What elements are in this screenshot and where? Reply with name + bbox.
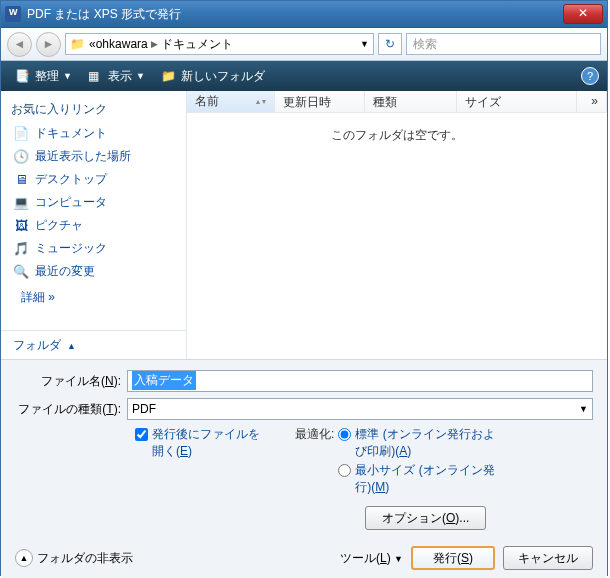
sidebar-item-computer[interactable]: 💻コンピュータ: [1, 191, 186, 214]
new-folder-icon: 📁: [161, 69, 177, 83]
breadcrumb-chevron: «: [89, 37, 96, 51]
filename-label: ファイル名(N):: [15, 373, 127, 390]
view-icon: ▦: [88, 69, 104, 83]
column-more[interactable]: »: [577, 91, 607, 112]
help-button[interactable]: ?: [581, 67, 599, 85]
sidebar-item-documents[interactable]: 📄ドキュメント: [1, 122, 186, 145]
breadcrumb-part[interactable]: ohkawara: [96, 37, 148, 51]
back-button[interactable]: ◄: [7, 32, 32, 57]
filename-input[interactable]: 入稿データ: [127, 370, 593, 392]
desktop-icon: 🖥: [13, 172, 29, 188]
organize-icon: 📑: [15, 69, 31, 83]
titlebar: PDF または XPS 形式で発行 ✕: [1, 1, 607, 28]
column-name[interactable]: 名前▴ ▾: [187, 91, 275, 112]
sidebar-item-recent-places[interactable]: 🕓最近表示した場所: [1, 145, 186, 168]
forward-button[interactable]: ►: [36, 32, 61, 57]
window-title: PDF または XPS 形式で発行: [27, 6, 563, 23]
chevron-down-icon: ▼: [136, 71, 145, 81]
cancel-button[interactable]: キャンセル: [503, 546, 593, 570]
refresh-button[interactable]: ↻: [378, 33, 402, 55]
music-icon: 🎵: [13, 241, 29, 257]
filetype-select[interactable]: PDF ▼: [127, 398, 593, 420]
optimize-label: 最適化:: [295, 426, 334, 498]
app-icon: [5, 6, 21, 22]
tools-dropdown[interactable]: ツール(L) ▼: [340, 550, 403, 567]
search-placeholder: 検索: [413, 36, 437, 53]
sidebar-item-pictures[interactable]: 🖼ピクチャ: [1, 214, 186, 237]
column-size[interactable]: サイズ: [457, 91, 577, 112]
filetype-label: ファイルの種類(T):: [15, 401, 127, 418]
sidebar-folder-toggle[interactable]: フォルダ▲: [1, 330, 186, 360]
sidebar-title: お気に入りリンク: [1, 97, 186, 122]
folder-icon: 📁: [70, 37, 85, 51]
column-type[interactable]: 種類: [365, 91, 457, 112]
document-icon: 📄: [13, 126, 29, 142]
search-icon: 🔍: [13, 264, 29, 280]
sidebar-item-desktop[interactable]: 🖥デスクトップ: [1, 168, 186, 191]
column-date[interactable]: 更新日時: [275, 91, 365, 112]
hide-folder-toggle[interactable]: ▲ フォルダの非表示: [15, 549, 133, 567]
chevron-up-icon: ▲: [67, 341, 76, 351]
empty-folder-message: このフォルダは空です。: [187, 113, 607, 158]
sidebar-item-recent-changes[interactable]: 🔍最近の変更: [1, 260, 186, 283]
breadcrumb-part[interactable]: ドキュメント: [161, 36, 233, 53]
sidebar-detail-link[interactable]: 詳細 »: [1, 283, 186, 312]
chevron-right-icon: ▶: [151, 39, 158, 49]
breadcrumb-dropdown[interactable]: ▼: [360, 39, 369, 49]
computer-icon: 💻: [13, 195, 29, 211]
file-list: 名前▴ ▾ 更新日時 種類 サイズ » このフォルダは空です。: [187, 91, 607, 359]
publish-button[interactable]: 発行(S): [411, 546, 495, 570]
pictures-icon: 🖼: [13, 218, 29, 234]
optimize-minimum-radio[interactable]: 最小サイズ (オンライン発行)(M): [338, 462, 593, 496]
options-button[interactable]: オプション(O)...: [365, 506, 486, 530]
toolbar: 📑 整理 ▼ ▦ 表示 ▼ 📁 新しいフォルダ ?: [1, 61, 607, 91]
breadcrumb[interactable]: 📁 « ohkawara ▶ ドキュメント ▼: [65, 33, 374, 55]
new-folder-button[interactable]: 📁 新しいフォルダ: [155, 66, 271, 87]
organize-button[interactable]: 📑 整理 ▼: [9, 66, 78, 87]
column-headers: 名前▴ ▾ 更新日時 種類 サイズ »: [187, 91, 607, 113]
recent-icon: 🕓: [13, 149, 29, 165]
optimize-standard-radio[interactable]: 標準 (オンライン発行および印刷)(A): [338, 426, 593, 460]
chevron-down-icon: ▼: [63, 71, 72, 81]
navbar: ◄ ► 📁 « ohkawara ▶ ドキュメント ▼ ↻ 検索: [1, 28, 607, 61]
chevron-up-icon: ▲: [15, 549, 33, 567]
search-input[interactable]: 検索: [406, 33, 601, 55]
sidebar: お気に入りリンク 📄ドキュメント 🕓最近表示した場所 🖥デスクトップ 💻コンピュ…: [1, 91, 187, 359]
view-button[interactable]: ▦ 表示 ▼: [82, 66, 151, 87]
close-button[interactable]: ✕: [563, 4, 603, 24]
chevron-down-icon: ▼: [579, 404, 588, 414]
open-after-checkbox[interactable]: 発行後にファイルを開く(E): [135, 426, 295, 460]
sidebar-item-music[interactable]: 🎵ミュージック: [1, 237, 186, 260]
bottom-panel: ファイル名(N): 入稿データ ファイルの種類(T): PDF ▼ 発行後にファ…: [1, 359, 607, 578]
